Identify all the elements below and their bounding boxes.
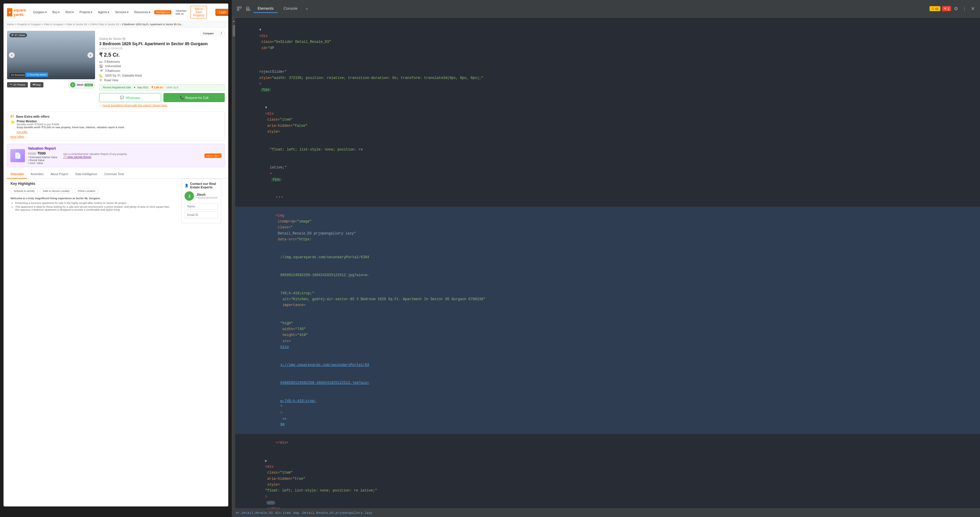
warning-triangle-icon: ⚠ <box>931 7 934 11</box>
badge-safe: Safe & Secure Locality <box>40 188 73 194</box>
get-offer-link[interactable]: Get Offer <box>17 130 27 134</box>
devtools-warning-count[interactable]: ⚠ 41 <box>929 6 940 11</box>
contact-avatar: J <box>185 191 194 201</box>
property-info: Compare ⤴ Godrej Air Sector 85 3 Bedroom… <box>95 31 225 108</box>
nav-services[interactable]: Services ▾ <box>113 10 130 15</box>
area-icon: 📐 <box>99 74 103 78</box>
nav-resources[interactable]: Resources ▾ <box>133 10 152 15</box>
devtools-console-tab[interactable]: Console <box>279 5 302 13</box>
gallery-next-button[interactable]: › <box>88 52 93 58</box>
nav-city[interactable]: Gurgaon ▾ <box>32 10 48 15</box>
scroll-thumb[interactable] <box>233 25 235 37</box>
breadcrumb-3bhk-sector85[interactable]: 3 BHK Flats in Sector 85 <box>90 23 119 26</box>
code-line-img-2: //img.squareyards.com/secondaryPortal/63… <box>235 248 980 266</box>
breadcrumb-home[interactable]: Home <box>7 23 14 26</box>
gallery-prev-button[interactable]: ‹ <box>9 52 15 58</box>
img-src-link[interactable]: http <box>280 345 289 349</box>
recent-sale-area: 1848 Sq.ft <box>166 86 178 89</box>
sv-icon: SV <box>11 74 14 76</box>
nav-agents[interactable]: Agents ▾ <box>96 10 111 15</box>
breadcrumb-property-gurgaon[interactable]: Property in Gurgaon <box>17 23 41 26</box>
photos-button[interactable]: 📷 97 Photos <box>7 82 28 87</box>
nav-advertise[interactable]: Advertise with us <box>174 8 188 16</box>
valuation-old-price: ₹1500 <box>28 152 36 155</box>
wishlist-icon[interactable]: ♡ <box>209 10 213 15</box>
code-line-dots: ••• <box>235 189 980 207</box>
valuation-image: 📄 <box>10 149 25 162</box>
tab-commute-time[interactable]: Commute Time <box>101 170 127 179</box>
devtools-close-button[interactable]: ✕ <box>970 5 976 13</box>
whatsapp-button[interactable]: 💬 Whatsapp <box>99 93 161 102</box>
compare-button[interactable]: Compare <box>200 31 216 36</box>
compare-share-row: Compare ⤴ <box>99 31 225 36</box>
bc-item-3[interactable]: img..Detail_Resale_D3.prjopengallery.laz… <box>293 511 372 515</box>
devtools-scrollbar[interactable]: ▲ <box>232 17 235 509</box>
badge-schools: Schools in vicinity <box>11 188 38 194</box>
breadcrumb-flats-sector85[interactable]: Flats in Sector 85 <box>66 23 87 26</box>
listing-id: Listing ID #6786238 <box>99 47 225 50</box>
logo[interactable]: ■ square yards <box>7 8 29 17</box>
devtools-elements-tab[interactable]: Elements <box>253 5 278 13</box>
agent-avatar: J <box>70 82 75 87</box>
devtools-settings-button[interactable]: ⚙ <box>953 5 959 13</box>
tab-about-project[interactable]: About Project <box>47 170 72 179</box>
nav-projects[interactable]: Projects ▾ <box>78 10 94 15</box>
highlights-description: Welcome to a truly magnificent living ex… <box>11 197 171 200</box>
devtools-more-tabs[interactable]: » <box>303 5 310 13</box>
view-sample-report-link[interactable]: 📋 View Sample Report <box>64 156 127 158</box>
share-button[interactable]: ⤴ <box>218 31 225 36</box>
img-src-link-end[interactable]: 8488599124582250-1604241025122512.jpg?ai… <box>280 381 369 385</box>
devtools-code-area: ▼ <div class="bxSlider Detail_Resale_D3"… <box>235 17 980 509</box>
report-icon: 📋 <box>64 156 67 158</box>
chevron-down-icon: ▾ <box>72 11 74 14</box>
wrong-listing-notice: ⚠ Found Something Wrong with this Listin… <box>99 104 225 107</box>
offers-section: 🏷 Save Extra with offers ⭐ Prime Member … <box>7 111 225 141</box>
prime-label: Prime Member <box>17 120 125 123</box>
agent-chip[interactable]: J Jitesh Owner <box>68 81 95 89</box>
bc-item-2[interactable]: div.item <box>275 511 291 515</box>
img-src-link-cont[interactable]: s://img.squareyards.com/secondaryPortal/… <box>280 363 369 367</box>
code-line-img[interactable]: <img itemprop="image" class=" Detail_Res… <box>235 207 980 248</box>
agent-name-label: Jitesh <box>76 83 84 86</box>
tab-data-intelligence[interactable]: Data Intelligence <box>72 170 101 179</box>
breadcrumb-flats-gurgaon[interactable]: Flats in Gurgaon <box>44 23 64 26</box>
code-line-img-3: 88599124582250-1604241025122512.jpg?aio=… <box>235 266 980 284</box>
nav-intelligence-badge[interactable]: Intelligence <box>154 10 171 14</box>
contact-name-input[interactable] <box>185 203 218 210</box>
highlight-item: This apartment is ideal for those lookin… <box>15 205 171 211</box>
map-button[interactable]: 🗺 Map <box>30 82 43 87</box>
devtools-scroll-button[interactable] <box>236 5 243 12</box>
recent-sale-price: ₹ 1.50 Cr. <box>150 86 165 89</box>
login-button[interactable]: Login <box>215 9 228 16</box>
request-call-button[interactable]: 📞 Request for Call <box>164 93 225 102</box>
devtools-inspect-button[interactable] <box>245 5 252 12</box>
scroll-up-arrow[interactable]: ▲ <box>232 19 235 22</box>
more-offers-link[interactable]: More Offers <box>10 135 221 138</box>
devtools-more-options-button[interactable]: ⋮ <box>961 5 968 13</box>
bed-icon: 🛏 <box>99 60 102 64</box>
logo-icon: ■ <box>7 8 12 16</box>
bc-item-1[interactable]: er.Detail_Resale_D3 <box>236 511 272 515</box>
property-price: ₹ 2.5 Cr. <box>99 52 225 58</box>
nav-rent[interactable]: Rent ▾ <box>64 10 75 15</box>
tab-overview[interactable]: Overview <box>7 170 27 179</box>
img-src-crop[interactable]: w-745;h-419;crop; <box>280 399 316 403</box>
devtools-breadcrumb: er.Detail_Resale_D3 div.item img..Detail… <box>232 509 980 517</box>
recent-registered-sale: Recent Registered Sale ● Sep 2021 ₹ 1.50… <box>99 84 225 91</box>
gallery-bottom: 📷 97 Photos 🗺 Map J Jitesh Own <box>7 81 95 89</box>
inline-dots: ··· <box>266 501 275 505</box>
contact-email-input[interactable] <box>185 212 218 218</box>
nav-buy[interactable]: Buy ▾ <box>51 10 61 15</box>
badge-prime: Prime Location <box>75 188 99 194</box>
devtools-error-count[interactable]: ✕ 1 <box>942 6 951 11</box>
tab-amenities[interactable]: Amenities <box>27 170 47 179</box>
contact-agent-name: Jitesh <box>196 193 218 196</box>
expand-icon[interactable]: ▼ <box>265 106 267 110</box>
spec-furnished: 🏠 Unfurnished <box>99 64 225 68</box>
expand-icon-collapsed[interactable]: ▶ <box>265 459 267 463</box>
recent-sale-date: ● <box>134 86 135 89</box>
valuation-feature1: • Estimated Market Value <box>28 156 57 159</box>
sell-rent-button[interactable]: Sell or Rent Property <box>191 6 207 19</box>
expand-icon[interactable]: ▼ <box>259 28 261 32</box>
valuation-feature2: • Rental Value <box>28 159 57 162</box>
